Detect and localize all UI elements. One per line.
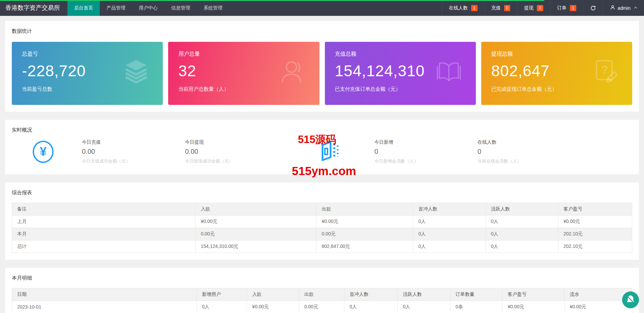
table-cell: ¥0.00元 xyxy=(502,301,564,313)
table-row: 本月0.00元0.00元0人0人202.10元 xyxy=(12,228,632,240)
table-cell: ¥0.00元 xyxy=(195,216,316,228)
refresh-icon xyxy=(590,5,596,11)
stat-today-withdraw: 今日提现 0.00 今日提现成功金额（元） xyxy=(185,139,260,164)
column-header: 首冲人数 xyxy=(413,203,486,216)
report-panel-title: 综合报表 xyxy=(12,189,632,196)
layers-icon xyxy=(123,59,149,86)
table-cell: 本月 xyxy=(12,228,196,240)
withdraw-item[interactable]: 提现 0 xyxy=(517,0,550,16)
table-cell: 0人 xyxy=(486,240,558,253)
user-icon xyxy=(279,59,306,87)
detail-panel: 本月明细 日期新增用户入款出款首冲人数活跃人数订单数量客户盈亏流水2023-10… xyxy=(5,268,639,313)
stat-label: 今日提现 xyxy=(185,139,260,145)
column-header: 日期 xyxy=(12,288,197,301)
main-menu: 后台首页 产品管理 用户中心 信息管理 系统管理 xyxy=(67,0,229,16)
stat-online-users: 在线人数 0 当前在线会员数（人） xyxy=(478,139,552,164)
document-question-icon: ? xyxy=(592,59,619,87)
table-cell: 0.00元 xyxy=(299,301,344,313)
table-cell: 202.10元 xyxy=(558,228,632,240)
online-count-badge: 1 xyxy=(471,5,478,11)
table-cell: 0人 xyxy=(344,301,398,313)
report-panel: 综合报表 备注入款出款首冲人数活跃人数客户盈亏上月¥0.00元¥0.00元0人0… xyxy=(5,182,639,260)
menu-item-users[interactable]: 用户中心 xyxy=(132,0,164,16)
card-title: 提现总额 xyxy=(491,51,622,58)
card-total-withdraw: 提现总额 802,647 已完成提现订单总金额（元） ? xyxy=(481,42,632,105)
brand-title: 香港数字资产交易所 xyxy=(0,0,67,16)
table-cell: 0人 xyxy=(197,301,247,313)
column-header: 出款 xyxy=(299,288,344,301)
column-header: 出款 xyxy=(316,203,413,216)
stats-panel: 数据统计 总盈亏 -228,720 当前盈亏总数 用户总量 32 xyxy=(5,21,639,112)
yen-circle-icon: ¥ xyxy=(33,141,54,163)
navbar-right: 在线人数 1 充值 0 提现 0 订单 1 admin xyxy=(442,0,644,16)
realtime-panel-title: 实时概况 xyxy=(12,126,632,133)
stat-value: 0.00 xyxy=(82,148,157,155)
table-row: 总计154,124,310.00元802,647.00元0人0人202.10元 xyxy=(12,240,632,253)
online-count-label: 在线人数 xyxy=(449,5,468,11)
table-cell: 0.00元 xyxy=(316,228,413,240)
column-header: 备注 xyxy=(12,203,196,216)
user-icon xyxy=(610,5,615,11)
stat-caption: 今日充值成功金额（元） xyxy=(82,158,157,164)
orders-label: 订单 xyxy=(557,5,566,11)
stat-caption: 今日新增会员数（人） xyxy=(374,158,449,164)
column-header: 新增用户 xyxy=(197,288,247,301)
loading-progress-bar xyxy=(0,0,544,1)
table-cell: 0人 xyxy=(486,216,558,228)
admin-username: admin xyxy=(618,5,631,11)
orders-item[interactable]: 订单 1 xyxy=(550,0,583,16)
table-cell: ¥0.00元 xyxy=(564,301,632,313)
menu-item-info[interactable]: 信息管理 xyxy=(164,0,197,16)
watermark-url: 515ym.com xyxy=(292,164,356,178)
table-row: 上月¥0.00元¥0.00元0人0人¥0.00元 xyxy=(12,216,632,228)
menu-item-products[interactable]: 产品管理 xyxy=(100,0,132,16)
card-total-users: 用户总量 32 当前用户总数量（人） xyxy=(168,42,319,105)
card-title: 总盈亏 xyxy=(22,51,153,58)
report-table: 备注入款出款首冲人数活跃人数客户盈亏上月¥0.00元¥0.00元0人0人¥0.0… xyxy=(12,203,632,253)
column-header: 活跃人数 xyxy=(398,288,450,301)
table-cell: 上月 xyxy=(12,216,196,228)
recharge-item[interactable]: 充值 0 xyxy=(484,0,517,16)
recharge-badge: 0 xyxy=(504,5,511,11)
stat-value: 0 xyxy=(478,148,552,155)
withdraw-badge: 0 xyxy=(537,5,543,11)
stat-caption: 今日提现成功金额（元） xyxy=(185,158,260,164)
table-cell: 2023-10-01 xyxy=(12,301,197,313)
column-header: 首冲人数 xyxy=(344,288,398,301)
notification-mute-fab-button[interactable] xyxy=(622,291,639,308)
stat-cards: 总盈亏 -228,720 当前盈亏总数 用户总量 32 当前用户总数量（人） xyxy=(12,42,632,105)
table-cell: 0人 xyxy=(486,228,558,240)
stats-panel-title: 数据统计 xyxy=(12,28,632,34)
table-cell: 802,647.00元 xyxy=(316,240,413,253)
detail-panel-title: 本月明细 xyxy=(12,275,632,281)
refresh-button[interactable] xyxy=(583,0,603,16)
column-header: 订单数量 xyxy=(450,288,502,301)
table-cell: 0人 xyxy=(413,240,486,253)
card-total-profit: 总盈亏 -228,720 当前盈亏总数 xyxy=(12,42,163,105)
table-cell: ¥0.00元 xyxy=(316,216,413,228)
book-icon xyxy=(435,59,462,87)
stat-caption: 当前在线会员数（人） xyxy=(478,158,552,164)
menu-item-home[interactable]: 后台首页 xyxy=(67,0,100,16)
table-cell: 0人 xyxy=(413,228,486,240)
table-cell: 0条 xyxy=(450,301,502,313)
card-title: 用户总量 xyxy=(178,51,309,58)
stat-label: 今日充值 xyxy=(82,139,157,145)
menu-item-system[interactable]: 系统管理 xyxy=(197,0,229,16)
chevron-up-icon xyxy=(634,7,637,10)
card-caption: 当前盈亏总数 xyxy=(22,86,153,92)
top-navbar: 香港数字资产交易所 后台首页 产品管理 用户中心 信息管理 系统管理 在线人数 … xyxy=(0,0,644,16)
table-cell: 154,124,310.00元 xyxy=(195,240,316,253)
table-cell: 202.10元 xyxy=(558,240,632,253)
table-cell: 总计 xyxy=(12,240,196,253)
watermark-text: 515源码 xyxy=(298,133,336,147)
table-cell: ¥0.00元 xyxy=(558,216,632,228)
card-total-recharge: 充值总额 154,124,310 已支付充值订单总金额（元） xyxy=(325,42,476,105)
stat-label: 今日新增 xyxy=(374,139,449,145)
orders-badge: 1 xyxy=(570,5,576,11)
detail-table: 日期新增用户入款出款首冲人数活跃人数订单数量客户盈亏流水2023-10-010人… xyxy=(12,288,632,313)
online-count-item[interactable]: 在线人数 1 xyxy=(442,0,484,16)
admin-dropdown[interactable]: admin xyxy=(603,0,644,16)
bell-slash-icon xyxy=(625,293,636,306)
column-header: 客户盈亏 xyxy=(558,203,632,216)
